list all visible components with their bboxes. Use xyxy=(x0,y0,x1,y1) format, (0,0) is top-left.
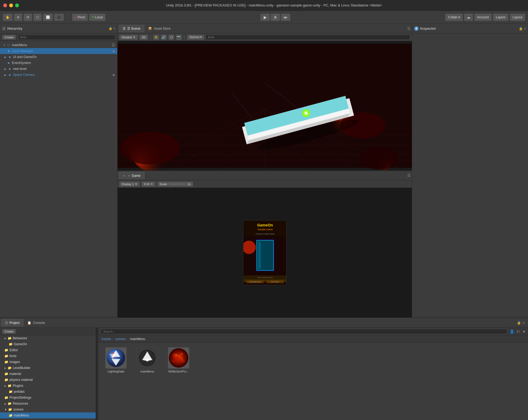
tab-scene[interactable]: ☰ ☰ Scene xyxy=(119,25,144,32)
close-button[interactable] xyxy=(3,4,7,7)
tree-menu-mainmenu[interactable]: ☰ xyxy=(112,43,115,47)
lighting-icon[interactable]: ☀ xyxy=(153,35,159,40)
tab-asset-store[interactable]: 📦 Asset Store xyxy=(144,25,174,32)
layout-button[interactable]: Layout xyxy=(510,13,525,21)
ratio-button[interactable]: 9:16 ▼ xyxy=(141,181,155,187)
panel-divider[interactable] xyxy=(96,328,98,420)
tree-item-images[interactable]: 📁 images xyxy=(0,359,96,365)
asset-item-mainmenu[interactable]: mainMenu xyxy=(134,347,161,373)
gizmos-button[interactable]: Gizmos ▾ xyxy=(187,35,204,40)
tree-item-editor[interactable]: 📁 Editor xyxy=(0,347,96,353)
asset-icon-mainmenu xyxy=(136,347,158,369)
tree-item-ui-gameon[interactable]: ▶ ■ UI and GameOn xyxy=(0,54,117,60)
shaded-button[interactable]: Shaded ▼ xyxy=(119,35,138,40)
search-person-icon[interactable]: 👤 xyxy=(510,329,514,334)
hand-tool-button[interactable]: ✋ xyxy=(3,13,13,21)
asset-store-tab-icon: 📦 xyxy=(148,27,152,31)
local-button[interactable]: ⟲ Local xyxy=(89,13,106,21)
hierarchy-more-icon[interactable]: ≡ xyxy=(113,27,115,30)
account-button[interactable]: Account xyxy=(474,13,492,21)
separator-1 xyxy=(68,13,68,21)
move-tool-button[interactable]: ✛ xyxy=(14,13,22,21)
2d-button[interactable]: 2D xyxy=(139,35,148,40)
display-button[interactable]: Display 1 ▼ xyxy=(119,181,140,187)
tree-arrow-space-camera[interactable]: ▶ xyxy=(113,73,115,77)
expand-levelbuilder[interactable]: ▶ xyxy=(4,367,6,370)
expand-behaviors[interactable]: ▶ xyxy=(4,337,6,340)
inspector-more-icon[interactable]: ≡ xyxy=(524,27,526,31)
tree-item-sfx[interactable]: 📁 SFX xyxy=(0,418,96,420)
collab-button[interactable]: Collab ▾ xyxy=(445,13,463,21)
asset-item-reflectionpro[interactable]: ReflectionPro... xyxy=(165,347,192,373)
expand-new-level[interactable]: ▶ xyxy=(4,67,6,70)
tree-item-new-level[interactable]: ▶ ■ new level xyxy=(0,66,117,72)
pause-button[interactable]: ⏸ xyxy=(270,13,280,21)
pivot-group: ● Pivot ⟲ Local xyxy=(72,13,106,21)
scale-control[interactable]: Scale 2x xyxy=(157,181,193,187)
tree-toggle-mainmenu[interactable]: ▼ xyxy=(2,43,6,47)
bottom-more-icon[interactable]: ≡ xyxy=(523,321,525,325)
breadcrumb-assets[interactable]: Assets xyxy=(101,337,111,341)
game-tab-menu[interactable]: ☰ xyxy=(407,173,411,178)
breadcrumb-scenes[interactable]: scenes xyxy=(115,337,126,341)
transform-tool-button[interactable]: ⬛ xyxy=(54,13,64,21)
project-create-button[interactable]: Create xyxy=(2,329,16,334)
tree-item-physics-material[interactable]: 📁 physics material xyxy=(0,377,96,383)
scale-tool-button[interactable]: ⬡ xyxy=(33,13,42,21)
tree-item-eventsystem[interactable]: ■ EventSystem xyxy=(0,60,117,66)
expand-scenes[interactable]: ▼ xyxy=(4,408,7,411)
hierarchy-search-input[interactable] xyxy=(18,35,115,40)
scale-slider[interactable] xyxy=(169,184,185,185)
tree-item-plugins[interactable]: ▶ 📁 Plugins xyxy=(0,383,96,389)
camera-icon[interactable]: 📷 xyxy=(176,35,182,40)
play-button[interactable]: ▶ xyxy=(260,13,270,21)
project-search-input[interactable] xyxy=(100,329,507,334)
maximize-button[interactable] xyxy=(15,4,19,7)
expand-ui-gameon[interactable]: ▶ xyxy=(4,56,6,59)
tree-item-gameon[interactable]: 📁 GameOn xyxy=(0,341,96,347)
search-tag-icon[interactable]: 🏷 xyxy=(516,329,520,334)
layers-button[interactable]: Layers xyxy=(493,13,509,21)
scene-tab-menu[interactable]: ☰ xyxy=(407,26,411,31)
inspector-lock-icon[interactable]: 🔒 xyxy=(519,27,523,31)
tree-item-mainmenu-folder[interactable]: 📁 mainMenu xyxy=(0,412,96,418)
minimize-button[interactable] xyxy=(9,4,13,7)
tab-project[interactable]: ⬡ Project xyxy=(1,319,24,327)
label-gameon: GameOn xyxy=(14,342,27,346)
tree-item-levelbuilder[interactable]: ▶ 📁 LevelBuilder xyxy=(0,365,96,371)
tree-item-scenes[interactable]: ▼ 📁 scenes xyxy=(0,407,96,412)
bottom-content: Create ▶ 📁 Behaviors xyxy=(0,328,528,420)
expand-plugins[interactable]: ▶ xyxy=(4,384,6,387)
tree-item-mainmenu-scene[interactable]: ▼ ⬡ mainMenu ☰ xyxy=(0,42,117,48)
tree-item-material[interactable]: 📁 material xyxy=(0,371,96,377)
tree-item-resources[interactable]: ▶ 📁 Resources xyxy=(0,401,96,407)
expand-resources[interactable]: ▶ xyxy=(4,402,6,405)
expand-space-camera[interactable]: ▶ xyxy=(4,73,6,76)
asset-item-lightingdata[interactable]: LightingData xyxy=(102,347,129,373)
tree-item-projectsettings[interactable]: 📁 ProjectSettings xyxy=(0,395,96,401)
step-button[interactable]: ⏭ xyxy=(281,13,290,21)
hierarchy-create-button[interactable]: Create xyxy=(2,35,16,40)
tab-console[interactable]: 📋 Console xyxy=(24,319,49,327)
tree-item-prefabs[interactable]: 📁 prefabs xyxy=(0,389,96,395)
rotate-tool-button[interactable]: ↺ xyxy=(24,13,32,21)
tab-game[interactable]: ← ← Game xyxy=(119,172,145,179)
tree-item-level-manager[interactable]: ■ Level Manager ▶ xyxy=(0,48,117,54)
tree-item-space-camera[interactable]: ▶ ■ Space Camera ▶ xyxy=(0,72,117,78)
audio-icon[interactable]: 🔊 xyxy=(161,35,167,40)
rect-tool-button[interactable]: ⬜ xyxy=(43,13,53,21)
bottom-lock-icon[interactable]: 🔒 xyxy=(517,321,521,325)
vfx-icon[interactable]: ⬡ xyxy=(168,35,174,40)
scene-view[interactable] xyxy=(118,41,412,171)
svg-point-55 xyxy=(175,357,180,362)
search-star-icon[interactable]: ★ xyxy=(522,329,526,334)
label-material: material xyxy=(9,372,21,376)
scene-search-input[interactable] xyxy=(206,35,410,40)
tree-item-fonts[interactable]: 📁 fonts xyxy=(0,353,96,359)
label-levelbuilder: LevelBuilder xyxy=(13,366,31,370)
pivot-button[interactable]: ● Pivot xyxy=(72,13,88,21)
hierarchy-lock-icon[interactable]: 🔒 xyxy=(109,27,112,30)
tree-arrow-level-manager[interactable]: ▶ xyxy=(113,49,115,53)
tree-item-behaviors[interactable]: ▶ 📁 Behaviors xyxy=(0,335,96,341)
cloud-button[interactable]: ☁ xyxy=(464,13,473,21)
